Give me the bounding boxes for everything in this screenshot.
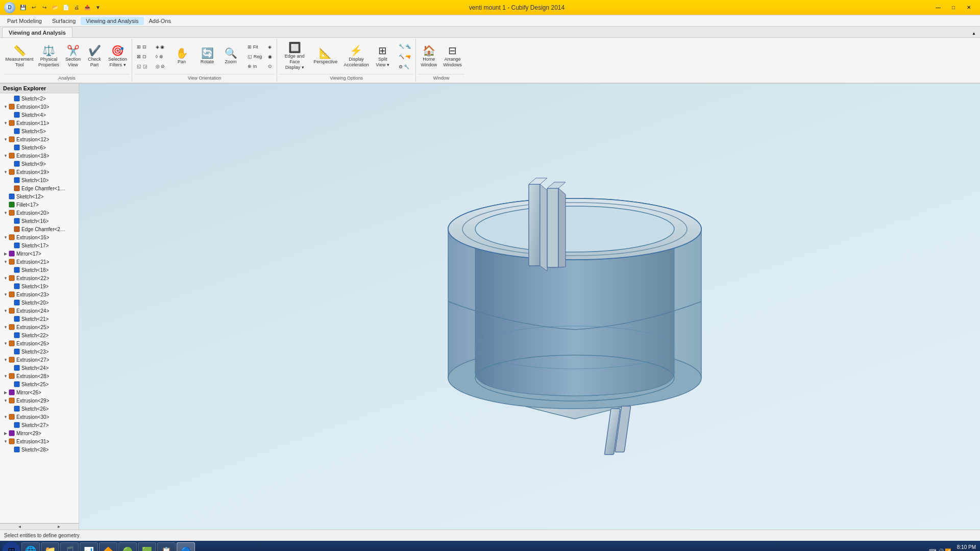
tree-item-ext19[interactable]: ▼Extrusion<19> [1,168,78,176]
tree-item-ext29[interactable]: ▼Extrusion<29> [1,396,78,405]
tree-item-sketch19[interactable]: Sketch<19> [1,282,78,290]
tree-item-ext27[interactable]: ▼Extrusion<27> [1,356,78,364]
tree-item-ext12[interactable]: ▼Extrusion<12> [1,135,78,143]
tree-item-sketch25[interactable]: Sketch<25> [1,380,78,388]
view-opt-2[interactable]: 🔨 🔫 [396,52,414,61]
tree-item-sketch16[interactable]: Sketch<16> [1,217,78,225]
zoom-button[interactable]: 🔍 Zoom [220,43,241,70]
tree-item-ext21[interactable]: ▼Extrusion<21> [1,258,78,266]
taskbar-app4[interactable]: 🟩 [138,542,156,551]
orient-btn-5[interactable]: ◊ ⊗ [153,52,168,61]
section-view-button[interactable]: ✂️ SectionView [63,42,83,71]
perspective-button[interactable]: 📐 Perspective [311,42,340,71]
tree-item-ext16[interactable]: ▼Extrusion<16> [1,233,78,241]
tree-item-sketch21[interactable]: Sketch<21> [1,315,78,323]
measurement-tool-button[interactable]: 📏 MeasurementTool [4,42,35,71]
zoom-in[interactable]: ⊕ In [245,62,264,71]
tree-item-mirror17[interactable]: ▶Mirror<17> [1,249,78,258]
qa-save[interactable]: 💾 [18,3,28,12]
tree-item-ext26[interactable]: ▼Extrusion<26> [1,339,78,347]
3d-viewport[interactable] [79,84,980,530]
qa-redo[interactable]: ↪ [40,3,49,12]
taskbar-wmp[interactable]: 🎵 [60,542,79,551]
edge-face-display-button[interactable]: 🔲 Edge andFace Display ▾ [279,42,310,71]
rotate-button[interactable]: 🔄 Rotate [197,43,217,70]
tree-item-ext28[interactable]: ▼Extrusion<28> [1,372,78,380]
menu-addons[interactable]: Add-Ons [144,17,176,25]
sidebar-scroll-right[interactable]: ► [39,523,79,530]
tree-item-chamfer1[interactable]: Edge Chamfer<1… [1,184,78,192]
tree-item-ext31[interactable]: ▼Extrusion<31> [1,437,78,445]
pan-button[interactable]: ✋ Pan [172,43,192,70]
tree-item-sketch2[interactable]: Sketch<2> [1,94,78,103]
tree-item-sketch6[interactable]: Sketch<6> [1,143,78,152]
selection-filters-button[interactable]: 🎯 SelectionFilters ▾ [106,42,130,71]
qa-more[interactable]: ▼ [93,3,103,12]
tab-viewing-analysis[interactable]: Viewing and Analysis [2,27,72,37]
tree-item-sketch23[interactable]: Sketch<23> [1,347,78,356]
tree-item-ext20[interactable]: ▼Extrusion<20> [1,209,78,217]
clock[interactable]: 8:10 PM 9/28/2013 [953,544,976,551]
orient-btn-6[interactable]: ◎ ⊘ [153,62,168,71]
taskbar-cubify[interactable]: 🔵 [177,542,195,551]
tree-item-sketch12[interactable]: Sketch<12> [1,192,78,201]
tree-item-sketch9[interactable]: Sketch<9> [1,160,78,168]
tree-item-ext18[interactable]: ▼Extrusion<18> [1,152,78,160]
tree-item-sketch17[interactable]: Sketch<17> [1,241,78,249]
arrange-windows-button[interactable]: ⊟ ArrangeWindows [440,42,464,71]
menu-surfacing[interactable]: Surfacing [47,17,81,25]
start-button[interactable]: ⊞ [2,542,20,551]
display-acceleration-button[interactable]: ⚡ DisplayAcceleration [341,42,372,71]
maximize-button[interactable]: □ [946,2,961,13]
qa-export[interactable]: 📤 [83,3,92,12]
taskbar-explorer[interactable]: 📁 [41,542,59,551]
zoom-region[interactable]: ◱ Reg [245,52,264,61]
tree-item-sketch27[interactable]: Sketch<27> [1,421,78,429]
orient-btn-1[interactable]: ⊞ ⊟ [134,42,150,52]
taskbar-app3[interactable]: 🟢 [118,542,137,551]
tree-item-chamfer2[interactable]: Edge Chamfer<2… [1,225,78,233]
menu-viewing-analysis[interactable]: Viewing and Analysis [81,17,143,25]
sidebar-scroll-left[interactable]: ◄ [0,523,39,530]
check-part-button[interactable]: ✔️ CheckPart [84,42,105,71]
zoom-fit[interactable]: ⊞ Fit [245,42,264,52]
taskbar-app1[interactable]: 📊 [80,542,98,551]
tree-item-sketch10[interactable]: Sketch<10> [1,176,78,184]
taskbar-app5[interactable]: 📋 [157,542,176,551]
tree-item-ext23[interactable]: ▼Extrusion<23> [1,290,78,298]
view-btn-c[interactable]: ⊙ [265,62,275,71]
qa-new[interactable]: 📄 [61,3,70,12]
orient-btn-3[interactable]: ◱ ◲ [134,62,150,71]
tree-item-sketch22[interactable]: Sketch<22> [1,331,78,339]
tree-item-sketch26[interactable]: Sketch<26> [1,405,78,413]
tree-item-fillet17[interactable]: Fillet<17> [1,201,78,209]
tree-item-sketch24[interactable]: Sketch<24> [1,364,78,372]
orient-btn-2[interactable]: ⊠ ⊡ [134,52,150,61]
view-opt-1[interactable]: 🔧 🔩 [396,42,414,51]
split-view-button[interactable]: ⊞ SplitView ▾ [373,42,393,71]
tree-item-sketch28[interactable]: Sketch<28> [1,445,78,454]
tree-item-ext22[interactable]: ▼Extrusion<22> [1,274,78,282]
orient-btn-4[interactable]: ◈ ◉ [153,42,168,52]
tree-item-mirror26[interactable]: ▶Mirror<26> [1,388,78,396]
tree-item-ext30[interactable]: ▼Extrusion<30> [1,413,78,421]
view-btn-b[interactable]: ◉ [265,52,275,61]
qa-print[interactable]: 🖨 [72,3,81,12]
qa-undo[interactable]: ↩ [29,3,38,12]
ribbon-collapse[interactable]: ▲ [970,29,978,37]
view-btn-a[interactable]: ◈ [265,42,275,52]
tree-item-sketch18[interactable]: Sketch<18> [1,266,78,274]
sidebar-tree[interactable]: Sketch<2>▼Extrusion<10>Sketch<4>▼Extrusi… [0,93,79,523]
qa-open[interactable]: 📂 [51,3,60,12]
tree-item-ext10[interactable]: ▼Extrusion<10> [1,103,78,111]
tree-item-ext25[interactable]: ▼Extrusion<25> [1,323,78,331]
close-button[interactable]: ✕ [962,2,976,13]
physical-properties-button[interactable]: ⚖️ PhysicalProperties [36,42,62,71]
tree-item-sketch4[interactable]: Sketch<4> [1,111,78,119]
tree-item-sketch20[interactable]: Sketch<20> [1,298,78,307]
tree-item-ext11[interactable]: ▼Extrusion<11> [1,119,78,127]
taskbar-app2[interactable]: 🔶 [99,542,117,551]
view-opt-3[interactable]: ⚙ 🔧 [396,62,414,71]
taskbar-ie[interactable]: 🌐 [21,542,40,551]
minimize-button[interactable]: — [931,2,945,13]
